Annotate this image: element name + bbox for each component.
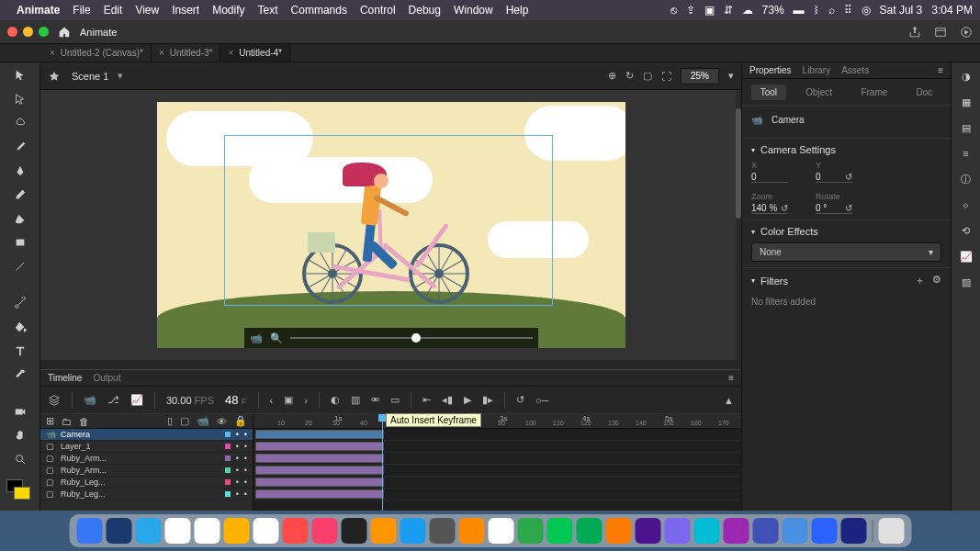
dock-app[interactable] xyxy=(635,518,660,544)
gear-icon[interactable]: ⚙ xyxy=(932,274,941,287)
canvas[interactable]: 📹 🔍 xyxy=(40,90,741,360)
camera-settings-title[interactable]: Camera Settings xyxy=(760,144,836,155)
dock-trash[interactable] xyxy=(878,518,904,544)
line-tool[interactable] xyxy=(11,257,29,276)
close-tab-icon[interactable]: × xyxy=(50,48,55,58)
eraser-tool[interactable] xyxy=(11,209,29,228)
marker-icon[interactable]: ⚮ xyxy=(371,394,379,406)
hand-tool[interactable] xyxy=(11,426,29,444)
home-icon[interactable] xyxy=(58,26,71,39)
dock-app[interactable] xyxy=(693,518,719,544)
tab-timeline[interactable]: Timeline xyxy=(48,373,82,383)
track-row[interactable] xyxy=(253,465,741,477)
menu-text[interactable]: Text xyxy=(258,4,278,17)
rotate-value[interactable]: 0 ° xyxy=(816,203,827,213)
menu-file[interactable]: File xyxy=(73,4,90,17)
close-tab-icon[interactable]: × xyxy=(228,48,233,58)
dock-app[interactable] xyxy=(135,518,161,544)
vertical-scrollbar[interactable] xyxy=(736,90,741,360)
rectangle-tool[interactable] xyxy=(11,233,29,252)
selection-tool[interactable] xyxy=(11,66,29,84)
dock-app[interactable] xyxy=(253,518,278,544)
delete-layer-icon[interactable]: 🗑 xyxy=(79,416,89,427)
share-icon[interactable] xyxy=(908,26,921,39)
edit-multiple-frames-icon[interactable]: ▥ xyxy=(351,394,360,406)
doc-tab[interactable]: ×Untitled-3* xyxy=(152,44,221,62)
dock-app[interactable] xyxy=(723,518,749,544)
graph-icon[interactable]: 📈 xyxy=(958,248,974,264)
scene-name[interactable]: Scene 1 xyxy=(72,71,108,82)
layer-row[interactable]: ▢Ruby_Leg...•• xyxy=(40,489,253,500)
tab-library[interactable]: Library xyxy=(803,65,831,75)
menu-modify[interactable]: Modify xyxy=(212,4,244,17)
menu-window[interactable]: Window xyxy=(454,4,493,17)
tracks-area[interactable]: 1s2s3s4s5s6s1020304050607080901001101201… xyxy=(253,414,741,511)
dock-app[interactable] xyxy=(605,518,631,544)
next-frame-icon[interactable]: ▮▸ xyxy=(482,394,493,406)
chevron-down-icon[interactable]: ▾ xyxy=(118,70,123,82)
color-effects-title[interactable]: Color Effects xyxy=(760,226,818,237)
camera-zoom-icon[interactable]: 🔍 xyxy=(270,332,283,344)
align-icon[interactable]: ≡ xyxy=(958,145,974,162)
lasso-tool[interactable] xyxy=(11,114,29,132)
add-filter-icon[interactable]: ＋ xyxy=(915,274,925,287)
info-icon[interactable]: ⓘ xyxy=(958,171,974,187)
dock-app[interactable] xyxy=(458,518,484,544)
mode-doc[interactable]: Doc xyxy=(907,84,942,100)
dock-app[interactable] xyxy=(223,518,249,544)
track-row[interactable] xyxy=(253,441,741,453)
swatches-icon[interactable]: ▤ xyxy=(958,119,974,136)
track-row[interactable] xyxy=(253,489,741,500)
fps-value[interactable]: 30.00 xyxy=(166,395,192,406)
components-icon[interactable]: ▨ xyxy=(958,274,974,290)
search-icon[interactable]: ⌕ xyxy=(828,4,835,17)
camera-frame[interactable] xyxy=(224,135,553,306)
layer-depth-icon[interactable]: 📈 xyxy=(130,394,143,406)
play-icon[interactable]: ▶ xyxy=(464,394,471,406)
dock-app[interactable] xyxy=(106,518,131,544)
filters-title[interactable]: Filters xyxy=(760,276,788,287)
dock-app[interactable] xyxy=(194,518,220,544)
menu-commands[interactable]: Commands xyxy=(291,4,347,17)
layer-row[interactable]: ▢Ruby_Arm...•• xyxy=(40,453,253,465)
dock-app[interactable] xyxy=(370,518,396,544)
siri-icon[interactable]: ◎ xyxy=(862,4,871,17)
dock-app[interactable] xyxy=(811,518,837,544)
dock-app[interactable] xyxy=(576,518,602,544)
dock-app[interactable] xyxy=(341,518,366,544)
text-tool[interactable] xyxy=(11,342,29,360)
pen-tool[interactable] xyxy=(11,162,29,180)
subselection-tool[interactable] xyxy=(11,90,29,108)
visibility-icon[interactable]: 👁 xyxy=(217,416,227,427)
dock-app[interactable] xyxy=(311,518,337,544)
chevron-down-icon[interactable]: ▾ xyxy=(728,70,734,82)
rotate-view-icon[interactable]: ↻ xyxy=(625,70,634,82)
prev-keyframe-icon[interactable]: ‹ xyxy=(270,395,274,406)
track-row[interactable] xyxy=(253,453,741,465)
eyedropper-tool[interactable] xyxy=(11,365,29,384)
workspace-icon[interactable] xyxy=(934,26,947,39)
menu-view[interactable]: View xyxy=(135,4,159,17)
transform-icon[interactable]: ⟐ xyxy=(958,197,974,213)
dock-app[interactable] xyxy=(282,518,308,544)
camera-tool[interactable] xyxy=(11,402,29,421)
loop-icon[interactable]: ↺ xyxy=(516,394,524,406)
y-value[interactable]: 0 xyxy=(816,172,821,182)
camera-layer-icon[interactable]: 📹 xyxy=(84,394,96,406)
panel-menu-icon[interactable]: ≡ xyxy=(938,65,943,75)
dock-app[interactable] xyxy=(752,518,778,544)
new-folder-icon[interactable]: 🗀 xyxy=(62,416,72,427)
history-icon[interactable]: ⟲ xyxy=(958,222,974,239)
next-keyframe-icon[interactable]: › xyxy=(304,395,308,406)
timeline-ruler[interactable]: 1s2s3s4s5s6s1020304050607080901001101201… xyxy=(253,414,741,429)
layer-row[interactable]: ▢Layer_1•• xyxy=(40,441,253,453)
zoom-timeline-icon[interactable]: ▲ xyxy=(724,395,734,406)
prev-frame-icon[interactable]: ◂▮ xyxy=(442,394,453,406)
layer-row[interactable]: 📹Camera•• xyxy=(40,429,253,441)
dock-app[interactable] xyxy=(840,518,866,544)
menu-debug[interactable]: Debug xyxy=(409,4,441,17)
horizontal-scrollbar[interactable] xyxy=(40,360,741,369)
reset-icon[interactable]: ↺ xyxy=(845,172,852,182)
clip-content-icon[interactable]: ▢ xyxy=(643,70,652,82)
color-icon[interactable]: ▦ xyxy=(958,94,974,110)
